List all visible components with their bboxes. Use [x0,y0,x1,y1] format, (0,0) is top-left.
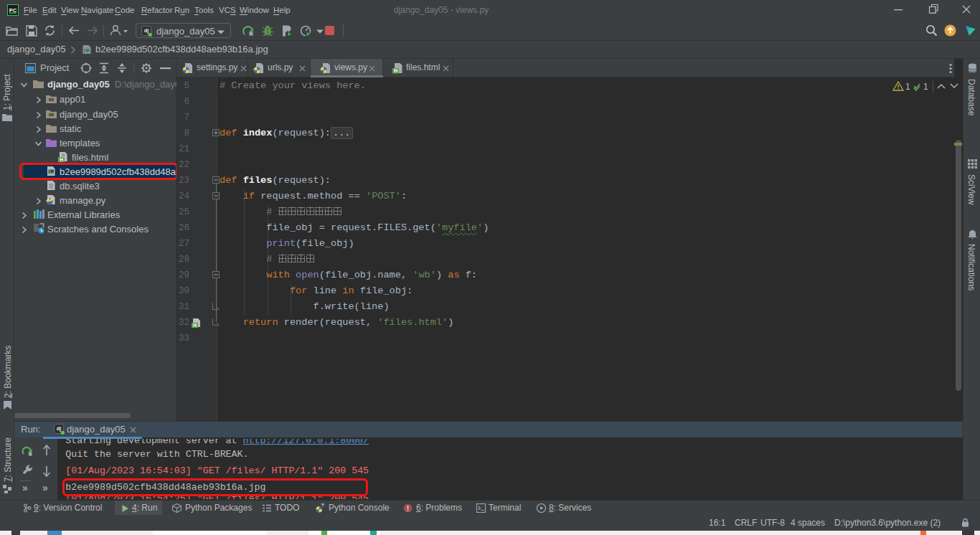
svg-text:H: H [60,157,63,162]
svg-text:H: H [394,68,397,73]
svg-text:1: 1 [923,82,928,92]
svg-text:H: H [193,323,197,328]
svg-text:1: 1 [905,82,910,92]
svg-text:dj: dj [144,28,149,34]
svg-text:dj: dj [57,426,61,432]
